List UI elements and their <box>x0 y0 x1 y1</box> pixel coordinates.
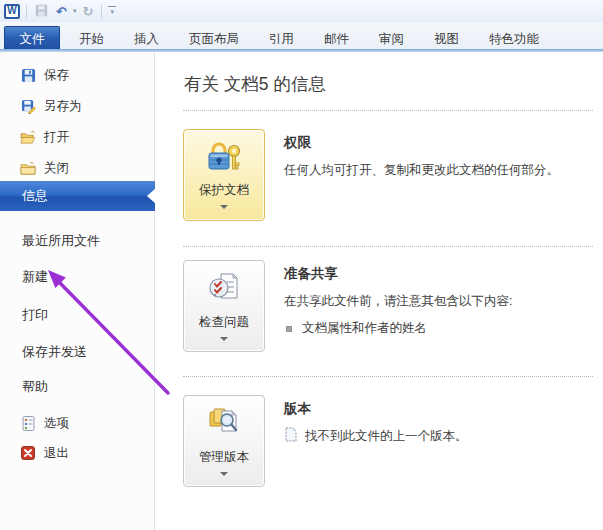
sidebar-item-info-selected[interactable]: 信息 <box>0 181 155 211</box>
manage-versions-icon <box>207 406 241 443</box>
sidebar-item-label: 帮助 <box>22 378 48 396</box>
word-logo-icon[interactable]: W <box>4 4 20 19</box>
button-label: 保护文档 <box>199 182 249 199</box>
exit-icon <box>20 445 36 461</box>
sidebar-item-open[interactable]: 打开 <box>0 124 155 150</box>
sidebar-item-label: 关闭 <box>44 160 69 177</box>
sidebar-item-exit[interactable]: 退出 <box>0 440 155 466</box>
ribbon-tab-strip: 文件 开始 插入 页面布局 引用 邮件 审阅 视图 特色功能 <box>0 22 603 52</box>
sidebar-item-help[interactable]: 帮助 <box>0 374 155 400</box>
options-icon <box>20 415 36 431</box>
tab-mailings[interactable]: 邮件 <box>309 31 364 48</box>
section-heading: 权限 <box>284 134 559 152</box>
sidebar-item-label: 打印 <box>22 306 48 324</box>
dropdown-caret-icon <box>220 472 228 476</box>
sidebar-item-options[interactable]: 选项 <box>0 410 155 436</box>
sidebar-item-close[interactable]: 关闭 <box>0 155 155 181</box>
section-description: 在共享此文件前，请注意其包含以下内容: <box>284 292 512 311</box>
quick-save-icon[interactable] <box>33 3 50 20</box>
separator <box>101 4 102 18</box>
save-as-icon <box>20 98 36 114</box>
sidebar-item-save[interactable]: 保存 <box>0 62 155 88</box>
dropdown-caret-icon <box>220 337 228 341</box>
selected-notch <box>147 188 156 204</box>
tab-page-layout[interactable]: 页面布局 <box>174 31 254 48</box>
tab-insert[interactable]: 插入 <box>119 31 174 48</box>
customize-quick-access-icon[interactable]: ▾ <box>108 6 116 16</box>
tab-special-features[interactable]: 特色功能 <box>474 31 554 48</box>
button-label: 管理版本 <box>199 449 249 466</box>
open-folder-icon <box>20 129 36 145</box>
tab-view[interactable]: 视图 <box>419 31 474 48</box>
sidebar-item-label: 最近所用文件 <box>22 232 100 250</box>
undo-icon[interactable]: ↶ <box>54 4 69 19</box>
version-page-icon <box>284 427 298 445</box>
check-for-issues-icon <box>207 271 241 308</box>
share-warning-item: 文档属性和作者的姓名 <box>284 319 512 338</box>
tab-review[interactable]: 审阅 <box>364 31 419 48</box>
sidebar-item-recent[interactable]: 最近所用文件 <box>0 228 155 254</box>
floppy-glyph <box>35 4 48 17</box>
backstage-view: 保存 另存为 打开 <box>0 52 603 530</box>
section-prepare-sharing: 检查问题 准备共享 在共享此文件前，请注意其包含以下内容: 文档属性和作者的姓名 <box>183 247 593 377</box>
section-description: 找不到此文件的上一个版本。 <box>305 427 468 446</box>
dropdown-caret-icon <box>220 205 228 209</box>
sidebar-item-label: 另存为 <box>44 98 82 115</box>
protect-document-icon <box>206 141 242 176</box>
close-folder-icon <box>20 160 36 176</box>
sidebar-item-print[interactable]: 打印 <box>0 302 155 328</box>
manage-versions-button[interactable]: 管理版本 <box>183 395 265 487</box>
redo-icon[interactable]: ↻ <box>80 4 95 19</box>
protect-document-button[interactable]: 保护文档 <box>183 129 265 221</box>
sidebar-item-label: 新建 <box>22 268 48 286</box>
sidebar-item-new[interactable]: 新建 <box>0 264 155 290</box>
backstage-content: 有关 文档5 的信息 <box>156 52 603 530</box>
bullet-text: 文档属性和作者的姓名 <box>302 319 427 338</box>
sidebar-item-label: 保存 <box>44 67 69 84</box>
tab-references[interactable]: 引用 <box>254 31 309 48</box>
bullet-icon <box>286 326 292 332</box>
sidebar-item-label: 信息 <box>22 187 48 205</box>
tab-home[interactable]: 开始 <box>64 31 119 48</box>
button-label: 检查问题 <box>199 314 249 331</box>
sidebar-item-save-as[interactable]: 另存为 <box>0 93 155 119</box>
section-versions: 管理版本 版本 找不到此文件的上一个版本。 <box>183 377 593 487</box>
save-icon <box>20 67 36 83</box>
separator <box>26 4 27 18</box>
section-heading: 版本 <box>284 400 468 418</box>
sidebar-item-label: 打开 <box>44 129 69 146</box>
check-for-issues-button[interactable]: 检查问题 <box>183 260 265 352</box>
sidebar-item-label: 选项 <box>44 415 69 432</box>
title-bar: W ↶ ▾ ↻ ▾ <box>0 0 603 22</box>
sidebar-item-label: 退出 <box>44 445 69 462</box>
section-description: 任何人均可打开、复制和更改此文档的任何部分。 <box>284 161 559 180</box>
section-heading: 准备共享 <box>284 265 512 283</box>
sidebar-item-save-and-send[interactable]: 保存并发送 <box>0 339 155 365</box>
undo-dropdown-icon[interactable]: ▾ <box>73 7 77 15</box>
page-title: 有关 文档5 的信息 <box>183 72 593 96</box>
section-permissions: 保护文档 权限 任何人均可打开、复制和更改此文档的任何部分。 <box>183 111 593 247</box>
backstage-sidebar: 保存 另存为 打开 <box>0 52 155 530</box>
sidebar-item-label: 保存并发送 <box>22 343 87 361</box>
